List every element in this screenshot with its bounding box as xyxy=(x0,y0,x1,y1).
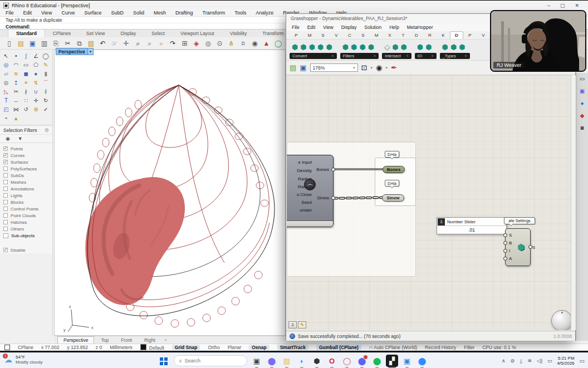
component-tab[interactable]: D xyxy=(410,32,423,39)
socket[interactable] xyxy=(503,233,507,237)
input-domain[interactable]: omain xyxy=(287,207,312,214)
input-a[interactable]: A xyxy=(509,255,512,262)
array-icon[interactable]: ∷ xyxy=(22,96,31,105)
gear-icon[interactable]: ⚙ xyxy=(45,127,49,133)
socket[interactable] xyxy=(528,245,532,249)
checkbox[interactable] xyxy=(3,207,8,211)
status-layer[interactable]: Default xyxy=(140,344,164,351)
toolbar-tab[interactable]: Select xyxy=(144,30,173,37)
close-button[interactable]: ✕ xyxy=(575,3,579,8)
status-y[interactable]: y 123.852 xyxy=(67,345,88,350)
toolbar-tab[interactable]: Standard xyxy=(8,30,45,37)
menu-item[interactable]: Surface xyxy=(84,10,101,16)
copy-icon[interactable]: ⧉ xyxy=(75,38,84,48)
toggle-ortho[interactable]: Ortho xyxy=(208,345,219,350)
checkbox[interactable] xyxy=(3,180,8,184)
select-tool-icon[interactable]: ↖ xyxy=(2,52,11,60)
battery-icon[interactable]: ▭ xyxy=(547,358,552,364)
open-file-icon[interactable]: ▤ xyxy=(16,38,26,48)
checkbox[interactable] xyxy=(3,248,8,252)
new-file-icon[interactable]: ▯ xyxy=(4,38,14,48)
filters-tab-funnel[interactable]: ▼ xyxy=(18,136,23,141)
component-tab[interactable]: V xyxy=(330,32,343,39)
component-tab[interactable]: K xyxy=(437,32,450,39)
toolbar-tab[interactable]: Viewport Layout xyxy=(173,30,222,37)
settings-component[interactable]: S B I A ⬢ S xyxy=(505,228,531,266)
filter-meshes[interactable]: Meshes xyxy=(3,179,52,185)
toolbar-tab[interactable]: Visibility xyxy=(222,30,255,37)
layers-icon[interactable]: ▲ xyxy=(262,38,271,48)
discord-icon[interactable]: ⬤ xyxy=(356,355,368,367)
sketch-button[interactable]: ✎ xyxy=(298,321,306,328)
socket[interactable] xyxy=(331,196,335,200)
filter-points[interactable]: Points xyxy=(3,145,52,152)
minimize-button[interactable]: – xyxy=(547,3,550,8)
component-tab[interactable]: M xyxy=(370,32,383,39)
viewport-label[interactable]: Perspective xyxy=(56,49,87,55)
zoom-app-icon[interactable]: ⬤ xyxy=(416,355,428,367)
duplicate-icon[interactable]: ⎘ xyxy=(51,38,61,48)
toggle-osnap[interactable]: Osnap xyxy=(249,345,269,350)
filter-annotations[interactable]: Annotations xyxy=(3,185,52,192)
component-tab[interactable]: S xyxy=(316,32,330,39)
box-icon[interactable]: ◼ xyxy=(22,70,31,78)
lamp-icon[interactable]: ¤ xyxy=(238,38,248,48)
opera-icon[interactable]: O xyxy=(326,355,338,367)
toggle-filter[interactable]: Filter xyxy=(464,345,474,350)
toggle-grid-snap[interactable]: Grid Snap xyxy=(172,345,200,350)
split-icon[interactable]: ∤ xyxy=(22,87,31,96)
checkbox[interactable] xyxy=(3,153,8,158)
polyline-icon[interactable]: ∠ xyxy=(31,52,40,60)
component-tab[interactable]: R xyxy=(423,32,437,39)
filter-disable[interactable]: Disable xyxy=(3,247,52,253)
filter-hatches[interactable]: Hatches xyxy=(3,219,52,225)
input-density[interactable]: Density xyxy=(287,167,312,175)
canvas-scrollbar[interactable] xyxy=(571,75,576,330)
menu-item[interactable]: File xyxy=(292,24,300,30)
input-b[interactable]: B xyxy=(509,239,512,247)
save-icon[interactable]: ▣ xyxy=(28,38,37,48)
preview-eye-icon[interactable]: ◉ xyxy=(376,63,382,72)
checkbox[interactable] xyxy=(3,146,8,151)
stream-app-icon[interactable]: ▣ xyxy=(580,88,585,95)
rhino-taskbar-icon[interactable]: ▞ xyxy=(386,355,398,367)
menu-item[interactable]: Solution xyxy=(365,24,382,30)
viewport-tab-right[interactable]: Right xyxy=(139,337,161,344)
surface-icon[interactable]: ▱ xyxy=(2,70,11,78)
checkbox[interactable] xyxy=(3,227,8,231)
component-group[interactable]: ⬢⬢⬢ _Types+ xyxy=(440,41,470,59)
component-tab[interactable]: M xyxy=(303,32,316,39)
cylinder-icon[interactable]: ▮ xyxy=(41,70,50,78)
dimension-icon[interactable]: ↔ xyxy=(12,96,21,105)
shaded-view-icon[interactable]: ◍ xyxy=(203,38,213,48)
search-input[interactable] xyxy=(185,358,235,364)
network-icon[interactable]: ≋ xyxy=(527,358,532,364)
mirror-icon[interactable]: ⋈ xyxy=(12,105,21,114)
filter-blocks[interactable]: Blocks xyxy=(3,199,52,205)
input-i[interactable]: I xyxy=(509,247,510,254)
filter-curves[interactable]: Curves xyxy=(3,152,52,159)
circle-icon[interactable]: ◯ xyxy=(41,52,50,60)
viewport-perspective[interactable]: Perspective ▾ xyxy=(54,50,286,336)
checkbox[interactable] xyxy=(3,200,8,204)
notification-center-icon[interactable]: ▭ xyxy=(580,358,585,364)
chevron-down-icon[interactable]: ▾ xyxy=(371,66,373,70)
generator-component[interactable]: e Input Density Radius Radius o Close Se… xyxy=(287,155,334,227)
microphone-icon[interactable]: ⍙ xyxy=(520,358,522,364)
chat-icon[interactable]: ⬤ xyxy=(266,355,278,367)
zoom-window-icon[interactable]: ⌕ xyxy=(145,38,154,48)
toggle-gumball[interactable]: Gumball (CPlane) xyxy=(316,345,361,350)
component-group[interactable]: ⬢⬢ IO+ xyxy=(415,41,437,59)
checkbox[interactable] xyxy=(3,173,8,178)
join-icon[interactable]: ∪ xyxy=(31,87,40,96)
color-wheel-icon[interactable]: ◯ xyxy=(273,38,283,48)
status-z[interactable]: z 0 xyxy=(96,345,102,350)
chamfer-icon[interactable]: ◺ xyxy=(2,87,11,96)
toggle-smarttrack[interactable]: SmartTrack xyxy=(277,345,308,350)
restore-button[interactable]: ▢ xyxy=(560,3,565,8)
spotify-icon[interactable]: ⬤ xyxy=(371,355,383,367)
cut-icon[interactable]: ✂ xyxy=(63,38,72,48)
rotate-view-icon[interactable]: ↷ xyxy=(168,38,178,48)
checkbox[interactable] xyxy=(3,233,8,238)
menu-item[interactable]: SubD xyxy=(111,10,124,16)
